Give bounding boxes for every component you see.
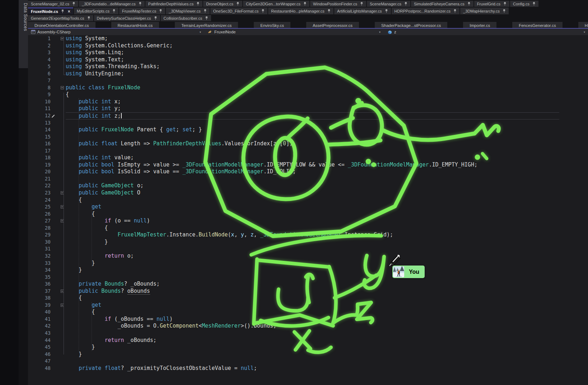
code-line-13[interactable]: 13 — [28, 119, 588, 127]
code-line-30[interactable]: 30 } — [28, 239, 588, 246]
pin-icon[interactable] — [360, 2, 363, 6]
pin-icon[interactable] — [154, 16, 157, 20]
tab-generator2exportmaptools-cs[interactable]: Generator2ExportMapTools.cs — [28, 15, 93, 21]
pin-icon[interactable] — [204, 9, 207, 13]
code-line-43[interactable]: 43 — [28, 330, 588, 337]
code-line-34[interactable]: 34 } — [28, 267, 588, 274]
code-line-3[interactable]: 3using System.Linq; — [28, 49, 588, 56]
pin-icon[interactable] — [261, 9, 265, 13]
pin-icon[interactable] — [196, 2, 200, 6]
code-line-4[interactable]: 4using System.Text; — [28, 56, 588, 64]
code-line-18[interactable]: 18 public int value; — [28, 154, 588, 161]
fold-collapse-icon[interactable] — [61, 86, 64, 89]
tab--3dfoundatio-delmanager-cs[interactable]: _3DFoundatio...delManager.cs — [79, 1, 145, 7]
code-editor[interactable]: 1using System;2using System.Collections.… — [28, 35, 588, 385]
code-line-36[interactable]: 36 private Bounds? _oBounds; — [28, 281, 588, 288]
code-line-40[interactable]: 40 { — [28, 309, 588, 316]
code-line-9[interactable]: 9{ — [28, 91, 588, 98]
tab-collisionsubscriber-cs[interactable]: CollisionSubscriber.cs — [161, 15, 211, 21]
pin-icon[interactable] — [236, 2, 239, 6]
code-line-32[interactable]: 32 return o; — [28, 253, 588, 260]
code-line-15[interactable]: 15 — [28, 133, 588, 141]
code-line-16[interactable]: 16 public float Length => PathfinderDept… — [28, 140, 588, 147]
tab-onesec3d-fileformat-cs[interactable]: OneSec3D_FileFormat.cs — [210, 8, 268, 14]
code-line-48[interactable]: 48 private float? _proximityToClosestObs… — [28, 365, 588, 372]
tab-myeditorscripts-cs[interactable]: MyEditorScripts.cs — [74, 8, 118, 14]
pin-icon[interactable] — [404, 2, 407, 6]
code-line-38[interactable]: 38 { — [28, 295, 588, 302]
breadcrumb-project-dropdown[interactable]: Assembly-CSharp ▾ — [28, 29, 205, 35]
code-line-27[interactable]: 27 if (o == null) — [28, 217, 588, 225]
chevron-down-icon[interactable]: ▾ — [379, 30, 381, 34]
code-line-28[interactable]: 28 { — [28, 225, 588, 232]
close-icon[interactable]: × — [68, 9, 70, 14]
code-line-7[interactable]: 7 — [28, 77, 588, 84]
code-line-6[interactable]: 6using UnityEngine; — [28, 70, 588, 78]
code-line-2[interactable]: 2using System.Collections.Generic; — [28, 42, 588, 50]
pin-icon[interactable] — [112, 9, 116, 13]
tab-scenemanager-cs[interactable]: SceneManager.cs — [367, 1, 410, 7]
tab-windowpositionfinder-cs[interactable]: WindowPositionFinder.cs — [310, 1, 366, 7]
pin-icon[interactable] — [139, 2, 142, 6]
tab-droneobject-cs[interactable]: DroneObject.cs — [203, 1, 242, 7]
tab-simulatedfisheyecamera-cs[interactable]: SimulatedFisheyeCamera.cs — [411, 1, 473, 7]
code-line-24[interactable]: 24 { — [28, 197, 588, 204]
pin-icon[interactable] — [205, 16, 208, 20]
code-line-19[interactable]: 19 public bool IsEmpty => value >= _3DFo… — [28, 161, 588, 169]
pin-icon[interactable] — [453, 9, 457, 13]
tab--3dmaphierarchy-cs[interactable]: _3DMapHierarchy.cs — [460, 8, 509, 14]
code-line-47[interactable]: 47 — [28, 358, 588, 365]
tab--3dmapviewer-cs[interactable]: _3DMapViewer.cs — [166, 8, 209, 14]
tab-config-cs[interactable]: Config.cs — [510, 1, 538, 7]
sidebar-tab-data-sources[interactable]: Data Sources — [19, 0, 28, 68]
breadcrumb-member-dropdown[interactable]: z — [384, 29, 396, 35]
code-line-41[interactable]: 41 if (_oBounds == null) — [28, 316, 588, 323]
pin-icon[interactable] — [303, 2, 307, 6]
code-line-17[interactable]: 17 — [28, 147, 588, 155]
code-line-39[interactable]: 39 get — [28, 302, 588, 309]
pin-icon[interactable] — [467, 2, 471, 6]
code-line-23[interactable]: 23 public GameObject O — [28, 189, 588, 197]
tab-artificiallightsmanager-cs[interactable]: ArtificialLightsManager.cs — [334, 8, 391, 14]
pin-icon[interactable] — [327, 9, 331, 13]
tab-fruxelmaptester-cs[interactable]: FruxelMapTester.cs — [119, 8, 165, 14]
code-line-11[interactable]: 11 public int y; — [28, 105, 588, 112]
code-line-1[interactable]: 1using System; — [28, 35, 588, 42]
code-line-44[interactable]: 44 return _oBounds; — [28, 337, 588, 344]
pin-icon[interactable] — [87, 16, 90, 20]
breadcrumb-type-dropdown[interactable]: FruxelNode ▾ — [205, 29, 384, 35]
tab-hdrppostproc-randomizer-cs[interactable]: HDRPPostproc...Randomizer.cs — [392, 8, 460, 14]
code-line-22[interactable]: 22 public GameObject o; — [28, 182, 588, 189]
code-line-31[interactable]: 31 — [28, 245, 588, 253]
pin-icon[interactable] — [503, 2, 507, 6]
code-line-20[interactable]: 20 public bool IsSolid => value == _3DFo… — [28, 168, 588, 175]
code-line-35[interactable]: 35 — [28, 274, 588, 281]
tab-fruxelnode-cs[interactable]: FruxelNode.cs× — [28, 8, 73, 14]
pin-icon[interactable] — [385, 9, 388, 13]
tab-restaurantho-plemanager-cs[interactable]: RestaurantHo...pleManager.cs — [268, 8, 333, 14]
tab-scenemanager-02-cs[interactable]: SceneManager_02.cs — [28, 1, 78, 7]
code-line-12[interactable]: 12 public int z; — [28, 112, 588, 119]
code-line-5[interactable]: 5using System.Threading.Tasks; — [28, 63, 588, 70]
code-line-37[interactable]: 37 public Bounds? oBounds — [28, 288, 588, 295]
tab-citygen3dgen-torwrapper-cs[interactable]: CityGen3DGen...torWrapper.cs — [243, 1, 309, 7]
code-line-25[interactable]: 25 get — [28, 203, 588, 211]
code-line-29[interactable]: 29 FruxelMapTester.Instance.BuildNode(x,… — [28, 231, 588, 239]
code-line-46[interactable]: 46 } — [28, 351, 588, 358]
tab-fruxelgrid-cs[interactable]: FruxelGrid.cs — [474, 1, 509, 7]
chevron-down-icon[interactable]: ▾ — [584, 30, 585, 34]
chevron-down-icon[interactable]: ▾ — [200, 30, 201, 34]
tab-pathfinderdepthvalues-cs[interactable]: PathfinderDepthValues.cs — [145, 1, 202, 7]
tab-deliverysurfaceclasshelper-cs[interactable]: DeliverySurfaceClassHelper.cs — [94, 15, 160, 21]
code-line-45[interactable]: 45 } — [28, 344, 588, 351]
pin-icon[interactable] — [532, 2, 536, 6]
pin-icon[interactable] — [503, 9, 506, 13]
code-line-21[interactable]: 21 — [28, 175, 588, 183]
code-line-10[interactable]: 10 public int x; — [28, 98, 588, 105]
code-line-42[interactable]: 42 _oBounds = O.GetComponent<MeshRendere… — [28, 323, 588, 330]
code-line-33[interactable]: 33 } — [28, 260, 588, 267]
pin-icon[interactable] — [72, 2, 75, 6]
pin-icon[interactable] — [61, 9, 64, 13]
code-line-8[interactable]: 8public class FruxelNode — [28, 84, 588, 91]
code-line-26[interactable]: 26 { — [28, 211, 588, 218]
